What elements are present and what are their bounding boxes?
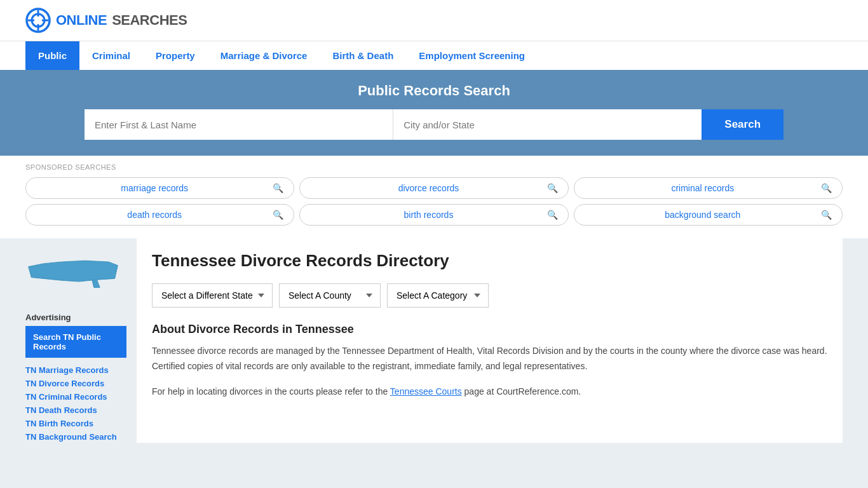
- logo-text-online: ONLINE: [56, 12, 107, 29]
- sponsored-item-marriage[interactable]: marriage records 🔍: [25, 177, 294, 199]
- sponsored-label: SPONSORED SEARCHES: [25, 163, 843, 171]
- sponsored-item-marriage-text: marriage records: [36, 183, 273, 193]
- search-icon-divorce: 🔍: [547, 183, 558, 193]
- sidebar-links: TN Marriage Records TN Divorce Records T…: [25, 364, 126, 443]
- sponsored-item-criminal[interactable]: criminal records 🔍: [574, 177, 843, 199]
- nav-item-criminal[interactable]: Criminal: [79, 41, 143, 70]
- sidebar-link-tn-criminal[interactable]: TN Criminal Records: [25, 391, 126, 403]
- sponsored-item-criminal-text: criminal records: [585, 183, 821, 193]
- name-input[interactable]: [85, 109, 393, 140]
- nav-item-property[interactable]: Property: [143, 41, 208, 70]
- paragraph2-suffix: page at CourtReference.com.: [462, 386, 581, 396]
- search-icon-death: 🔍: [273, 210, 283, 220]
- category-dropdown[interactable]: Select A Category: [387, 283, 489, 308]
- logo-text-searches: SEARCHES: [112, 12, 187, 29]
- site-header: ONLINESEARCHES: [0, 0, 868, 41]
- sponsored-item-death-text: death records: [36, 210, 273, 220]
- state-dropdown[interactable]: Select a Different State: [152, 283, 273, 308]
- sponsored-item-death[interactable]: death records 🔍: [25, 204, 294, 226]
- location-input[interactable]: [393, 109, 702, 140]
- sponsored-item-background[interactable]: background search 🔍: [574, 204, 843, 226]
- search-icon-criminal: 🔍: [821, 183, 832, 193]
- sponsored-item-background-text: background search: [585, 210, 821, 220]
- sponsored-item-birth[interactable]: birth records 🔍: [299, 204, 568, 226]
- body-paragraph-1: Tennessee divorce records are managed by…: [152, 344, 827, 374]
- sponsored-item-divorce-text: divorce records: [310, 183, 546, 193]
- content-inner: Tennessee Divorce Records Directory Sele…: [137, 238, 843, 422]
- sponsored-item-birth-text: birth records: [310, 210, 546, 220]
- page-title: Tennessee Divorce Records Directory: [152, 251, 827, 271]
- sponsored-grid: marriage records 🔍 divorce records 🔍 cri…: [25, 177, 843, 226]
- county-dropdown[interactable]: Select A County: [279, 283, 381, 308]
- section-heading: About Divorce Records in Tennessee: [152, 323, 827, 336]
- nav-item-birth-death[interactable]: Birth & Death: [320, 41, 406, 70]
- sidebar: Advertising Search TN Public Records TN …: [25, 238, 137, 443]
- sponsored-section: SPONSORED SEARCHES marriage records 🔍 di…: [0, 156, 868, 238]
- nav-item-employment[interactable]: Employment Screening: [406, 41, 538, 70]
- search-icon-background: 🔍: [821, 210, 832, 220]
- main-nav: Public Criminal Property Marriage & Divo…: [0, 41, 868, 70]
- sidebar-link-tn-birth[interactable]: TN Birth Records: [25, 417, 126, 430]
- paragraph2-prefix: For help in locating divorces in the cou…: [152, 386, 390, 396]
- search-form: Search: [85, 109, 783, 140]
- sidebar-link-tn-background[interactable]: TN Background Search: [25, 431, 126, 443]
- body-paragraph-2: For help in locating divorces in the cou…: [152, 384, 827, 400]
- logo[interactable]: ONLINESEARCHES: [25, 8, 187, 33]
- advertising-label: Advertising: [25, 313, 126, 322]
- main-content: Advertising Search TN Public Records TN …: [0, 238, 868, 462]
- sidebar-link-tn-divorce[interactable]: TN Divorce Records: [25, 377, 126, 390]
- content-area: Tennessee Divorce Records Directory Sele…: [137, 238, 843, 443]
- nav-item-marriage-divorce[interactable]: Marriage & Divorce: [208, 41, 320, 70]
- dropdowns-row: Select a Different State Select A County…: [152, 283, 827, 308]
- search-banner-title: Public Records Search: [25, 83, 843, 99]
- nav-item-public[interactable]: Public: [25, 41, 79, 70]
- logo-icon: [25, 8, 51, 33]
- sidebar-link-tn-marriage[interactable]: TN Marriage Records: [25, 364, 126, 376]
- sponsored-item-divorce[interactable]: divorce records 🔍: [299, 177, 568, 199]
- search-icon-birth: 🔍: [547, 210, 558, 220]
- search-banner: Public Records Search Search: [0, 70, 868, 156]
- search-icon-marriage: 🔍: [273, 183, 283, 193]
- search-tn-public-records-button[interactable]: Search TN Public Records: [25, 326, 126, 358]
- tennessee-map-svg: [25, 254, 121, 292]
- search-button[interactable]: Search: [702, 109, 783, 140]
- sidebar-link-tn-death[interactable]: TN Death Records: [25, 404, 126, 416]
- tn-map: [25, 254, 126, 294]
- tennessee-courts-link[interactable]: Tennessee Courts: [390, 386, 462, 396]
